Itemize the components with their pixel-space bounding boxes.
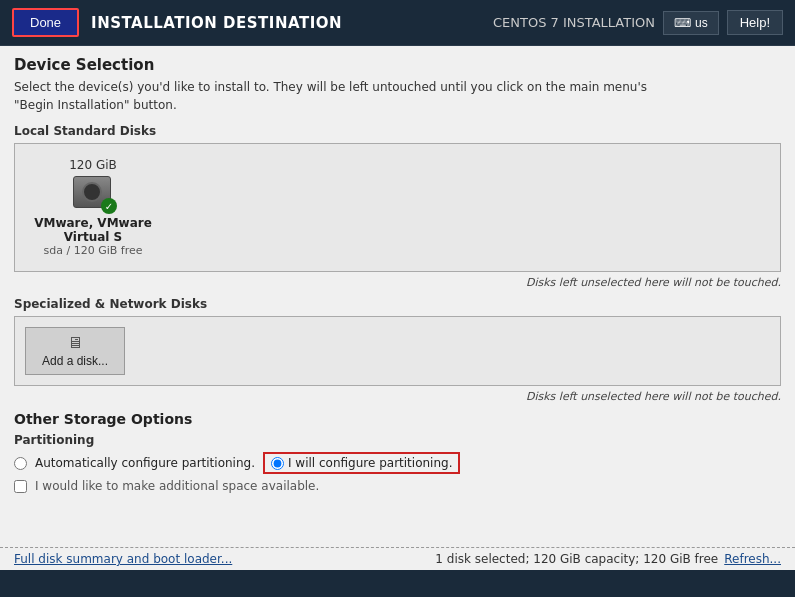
local-disks-box: 120 GiB ✓ VMware, VMware Virtual S sda /…: [14, 143, 781, 272]
other-storage-title: Other Storage Options: [14, 411, 781, 427]
manual-partition-radio[interactable]: [271, 457, 284, 470]
auto-partition-radio[interactable]: [14, 457, 27, 470]
done-button[interactable]: Done: [12, 8, 79, 37]
keyboard-icon: ⌨: [674, 16, 691, 30]
keyboard-lang: us: [695, 16, 708, 30]
disk-meta: sda / 120 GiB free: [44, 244, 143, 257]
add-disk-button[interactable]: 🖥 Add a disk...: [25, 327, 125, 375]
main-content: Device Selection Select the device(s) yo…: [0, 46, 795, 570]
centos-title: CENTOS 7 INSTALLATION: [493, 15, 655, 30]
specialized-disks-note: Disks left unselected here will not be t…: [14, 390, 781, 403]
refresh-link[interactable]: Refresh...: [724, 552, 781, 566]
desc-line1: Select the device(s) you'd like to insta…: [14, 80, 647, 94]
other-storage-section: Other Storage Options Partitioning Autom…: [14, 411, 781, 493]
page-title: INSTALLATION DESTINATION: [91, 14, 342, 32]
manual-partition-selected: I will configure partitioning.: [263, 452, 460, 474]
additional-space-row: I would like to make additional space av…: [14, 479, 781, 493]
header-right: CENTOS 7 INSTALLATION ⌨ us Help!: [493, 10, 783, 35]
additional-space-label[interactable]: I would like to make additional space av…: [35, 479, 319, 493]
disk-selected-check: ✓: [101, 198, 117, 214]
specialized-disks-box: 🖥 Add a disk...: [14, 316, 781, 386]
footer-status: 1 disk selected; 120 GiB capacity; 120 G…: [435, 552, 781, 566]
additional-space-checkbox[interactable]: [14, 480, 27, 493]
disk-size: 120 GiB: [69, 158, 117, 172]
device-selection-title: Device Selection: [14, 56, 781, 74]
auto-partition-label[interactable]: Automatically configure partitioning.: [35, 456, 255, 470]
disk-icon: ✓: [73, 176, 113, 212]
header-left: Done INSTALLATION DESTINATION: [12, 8, 342, 37]
disk-status-text: 1 disk selected; 120 GiB capacity; 120 G…: [435, 552, 718, 566]
specialized-disks-label: Specialized & Network Disks: [14, 297, 781, 311]
manual-partition-label[interactable]: I will configure partitioning.: [288, 456, 452, 470]
keyboard-button[interactable]: ⌨ us: [663, 11, 719, 35]
local-disks-label: Local Standard Disks: [14, 124, 781, 138]
device-selection-desc: Select the device(s) you'd like to insta…: [14, 78, 781, 114]
auto-partition-row: Automatically configure partitioning. I …: [14, 452, 781, 474]
device-selection-section: Device Selection Select the device(s) yo…: [14, 56, 781, 403]
disk-name: VMware, VMware Virtual S: [29, 216, 157, 244]
footer: Full disk summary and boot loader... 1 d…: [0, 547, 795, 570]
add-disk-label: Add a disk...: [42, 354, 108, 368]
partitioning-label: Partitioning: [14, 433, 781, 447]
header: Done INSTALLATION DESTINATION CENTOS 7 I…: [0, 0, 795, 46]
desc-line2: "Begin Installation" button.: [14, 98, 177, 112]
full-disk-summary-link[interactable]: Full disk summary and boot loader...: [14, 552, 232, 566]
add-disk-icon: 🖥: [67, 334, 83, 352]
disk-item[interactable]: 120 GiB ✓ VMware, VMware Virtual S sda /…: [23, 152, 163, 263]
help-button[interactable]: Help!: [727, 10, 783, 35]
local-disks-note: Disks left unselected here will not be t…: [14, 276, 781, 289]
